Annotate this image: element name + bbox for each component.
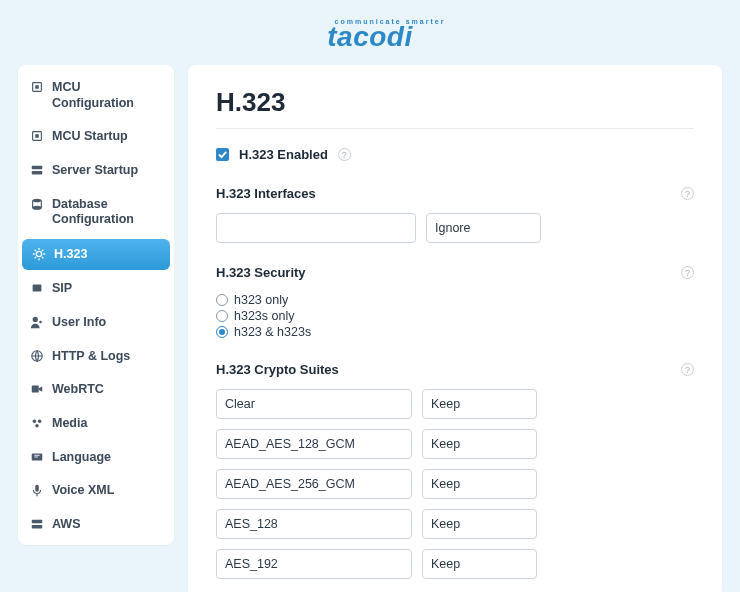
sidebar-item-label: Media (52, 416, 87, 432)
sidebar-item-media[interactable]: Media (18, 407, 174, 441)
svg-point-10 (33, 317, 38, 322)
database-icon (30, 197, 44, 211)
interfaces-section-head: H.323 Interfaces ? (216, 186, 694, 201)
sidebar-item-label: Server Startup (52, 163, 138, 179)
crypto-action-select[interactable]: Keep (422, 429, 537, 459)
globe-icon (30, 349, 44, 363)
sidebar-item-server-startup[interactable]: Server Startup (18, 154, 174, 188)
sidebar-item-label: MCU Configuration (52, 80, 162, 111)
crypto-row: AEAD_AES_128_GCM Keep (216, 429, 694, 459)
webrtc-icon (30, 382, 44, 396)
sidebar-item-h-323[interactable]: H.323 (22, 239, 170, 271)
security-section-head: H.323 Security ? (216, 265, 694, 280)
crypto-action-select[interactable]: Keep (422, 469, 537, 499)
h323-enabled-label: H.323 Enabled (239, 147, 328, 162)
security-option[interactable]: h323 only (216, 292, 694, 308)
sidebar-item-voice-xml[interactable]: Voice XML (18, 474, 174, 508)
sidebar-item-label: MCU Startup (52, 129, 128, 145)
svg-point-7 (33, 205, 42, 209)
svg-rect-19 (32, 519, 43, 523)
interfaces-action-select[interactable]: Ignore (426, 213, 541, 243)
security-title: H.323 Security (216, 265, 306, 280)
page-title: H.323 (216, 87, 694, 129)
help-icon[interactable]: ? (338, 148, 351, 161)
security-option[interactable]: h323 & h323s (216, 324, 694, 340)
interfaces-title: H.323 Interfaces (216, 186, 316, 201)
svg-rect-18 (35, 485, 39, 492)
crypto-title: H.323 Crypto Suites (216, 362, 339, 377)
svg-rect-20 (32, 525, 43, 529)
phone-icon (30, 281, 44, 295)
crypto-action-select[interactable]: Keep (422, 389, 537, 419)
crypto-action-select[interactable]: Keep (422, 509, 537, 539)
sidebar-item-sip[interactable]: SIP (18, 272, 174, 306)
h323-enabled-row: H.323 Enabled ? (216, 147, 694, 162)
sidebar-item-label: H.323 (54, 247, 87, 263)
svg-rect-9 (33, 285, 42, 292)
crypto-row: AES_192 Keep (216, 549, 694, 579)
svg-point-6 (33, 198, 42, 202)
radio-icon (216, 294, 228, 306)
crypto-section-head: H.323 Crypto Suites ? (216, 362, 694, 377)
radio-icon (216, 310, 228, 322)
media-icon (30, 416, 44, 430)
svg-point-11 (39, 321, 42, 324)
help-icon[interactable]: ? (681, 187, 694, 200)
svg-rect-5 (32, 171, 43, 175)
user-icon (30, 315, 44, 329)
sidebar-item-label: WebRTC (52, 382, 104, 398)
sidebar-item-webrtc[interactable]: WebRTC (18, 373, 174, 407)
crypto-row: Clear Keep (216, 389, 694, 419)
language-icon (30, 450, 44, 464)
crypto-suite-select[interactable]: AES_128 (216, 509, 412, 539)
sidebar-item-mcu-startup[interactable]: MCU Startup (18, 120, 174, 154)
security-option[interactable]: h323s only (216, 308, 694, 324)
help-icon[interactable]: ? (681, 363, 694, 376)
radio-label: h323 only (234, 293, 288, 307)
interfaces-input[interactable] (216, 213, 416, 243)
help-icon[interactable]: ? (681, 266, 694, 279)
crypto-rows: Clear Keep AEAD_AES_128_GCM Keep AEAD_AE… (216, 389, 694, 579)
svg-rect-4 (32, 166, 43, 170)
sidebar-item-language[interactable]: Language (18, 441, 174, 475)
radio-label: h323 & h323s (234, 325, 311, 339)
svg-rect-13 (32, 386, 39, 393)
chip-icon (30, 129, 44, 143)
sidebar-item-database-configuration[interactable]: Database Configuration (18, 188, 174, 237)
crypto-action-select[interactable]: Keep (422, 549, 537, 579)
svg-point-15 (38, 419, 42, 423)
gear-icon (32, 247, 46, 261)
crypto-row: AES_128 Keep (216, 509, 694, 539)
security-radio-group: h323 onlyh323s onlyh323 & h323s (216, 292, 694, 340)
sidebar-item-user-info[interactable]: User Info (18, 306, 174, 340)
radio-icon (216, 326, 228, 338)
sidebar-item-label: User Info (52, 315, 106, 331)
header: communicate smarter tacodi (0, 0, 740, 65)
main-panel: H.323 H.323 Enabled ? H.323 Interfaces ?… (188, 65, 722, 592)
svg-point-16 (35, 424, 39, 428)
svg-point-8 (36, 251, 41, 256)
server-icon (30, 517, 44, 531)
sidebar-item-aws[interactable]: AWS (18, 508, 174, 542)
crypto-suite-select[interactable]: AES_192 (216, 549, 412, 579)
radio-label: h323s only (234, 309, 294, 323)
crypto-suite-select[interactable]: AEAD_AES_128_GCM (216, 429, 412, 459)
voice-icon (30, 483, 44, 497)
sidebar: MCU ConfigurationMCU StartupServer Start… (18, 65, 174, 545)
svg-point-14 (33, 419, 37, 423)
crypto-suite-select[interactable]: AEAD_AES_256_GCM (216, 469, 412, 499)
svg-rect-3 (35, 135, 39, 139)
sidebar-item-label: SIP (52, 281, 72, 297)
crypto-suite-select[interactable]: Clear (216, 389, 412, 419)
svg-rect-1 (35, 85, 39, 89)
sidebar-item-label: AWS (52, 517, 80, 533)
sidebar-item-label: Language (52, 450, 111, 466)
chip-icon (30, 80, 44, 94)
sidebar-item-http-logs[interactable]: HTTP & Logs (18, 340, 174, 374)
h323-enabled-checkbox[interactable] (216, 148, 229, 161)
server-icon (30, 163, 44, 177)
sidebar-item-mcu-configuration[interactable]: MCU Configuration (18, 71, 174, 120)
crypto-row: AEAD_AES_256_GCM Keep (216, 469, 694, 499)
sidebar-item-label: Database Configuration (52, 197, 162, 228)
sidebar-item-label: HTTP & Logs (52, 349, 130, 365)
